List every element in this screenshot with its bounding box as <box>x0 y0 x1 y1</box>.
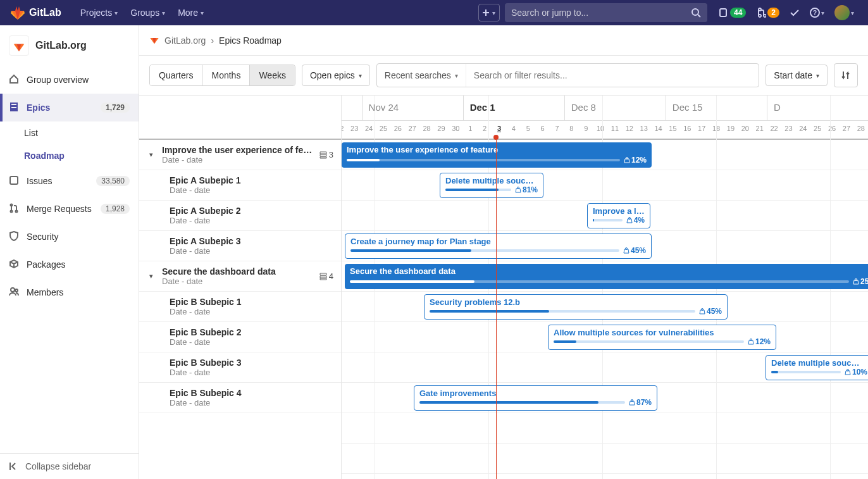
collapse-sidebar[interactable]: Collapse sidebar <box>0 453 139 479</box>
search-icon <box>691 8 701 18</box>
sidebar-item-label: Epics <box>27 103 50 113</box>
sidebar-item-label: Group overview <box>27 75 89 85</box>
sidebar-item-epics[interactable]: Epics 1,729 <box>0 94 139 121</box>
issues-shortcut[interactable]: 44 <box>715 4 750 22</box>
roadmap-toolbar: QuartersMonthsWeeks Open epics▾ Recent s… <box>139 56 868 96</box>
todos-shortcut[interactable] <box>786 4 803 22</box>
mr-shortcut[interactable]: 2 <box>752 4 783 22</box>
epic-dates: Date - date <box>170 398 333 407</box>
epic-bar[interactable]: Security problems 12.b 45% <box>424 294 728 320</box>
epic-row[interactable]: ▾ Secure the dashboard data Date - date … <box>139 261 341 292</box>
create-new-button[interactable]: ▾ <box>478 4 500 22</box>
epic-row[interactable]: Epic B Subepic 2 Date - date <box>139 322 341 352</box>
user-menu[interactable]: ▾ <box>831 4 858 22</box>
sort-dropdown[interactable]: Start date▾ <box>766 65 828 86</box>
sidebar-item-label: Security <box>27 232 59 242</box>
day-header: 12 <box>622 121 636 140</box>
sidebar-item-security[interactable]: Security <box>0 223 139 251</box>
svg-point-12 <box>855 279 857 281</box>
bar-title: Security problems 12.b <box>430 297 722 307</box>
bar-title: Improve a l… <box>593 206 645 216</box>
sidebar-subitem-list[interactable]: List <box>0 121 139 144</box>
epic-bar[interactable]: Delete multiple souc… 10% <box>766 355 868 380</box>
epic-state-dropdown[interactable]: Open epics▾ <box>302 65 370 86</box>
epic-bar[interactable]: Delete multiple souc… 81% <box>440 173 543 198</box>
nav-groups[interactable]: Groups▾ <box>124 3 171 23</box>
group-header[interactable]: GitLab.org <box>0 25 139 66</box>
help-menu[interactable]: ? ▾ <box>806 4 828 22</box>
progress-bar <box>430 310 695 313</box>
svg-point-13 <box>701 309 703 311</box>
nav-projects[interactable]: Projects▾ <box>74 3 125 23</box>
day-header: 23 <box>347 121 362 140</box>
epic-bar[interactable]: Improve a l… 4% <box>587 203 650 228</box>
sidebar-item-label: Members <box>27 287 63 297</box>
day-header: 22 <box>767 121 781 140</box>
period-months[interactable]: Months <box>202 65 249 85</box>
bar-title: Create a journey map for Plan stage <box>350 237 646 246</box>
day-header: 11 <box>608 121 623 140</box>
weight-icon <box>845 369 851 375</box>
chevron-down-icon: ▾ <box>115 9 118 16</box>
svg-rect-2 <box>10 177 18 184</box>
recent-searches-dropdown[interactable]: Recent searches▾ <box>377 64 466 87</box>
gitlab-logo[interactable]: GitLab <box>10 5 61 20</box>
sidebar-item-group-overview[interactable]: Group overview <box>0 66 139 94</box>
day-header: 28 <box>853 121 868 140</box>
timeline-row: Delete multiple souc… 10% <box>342 352 868 383</box>
epic-row[interactable]: Epic B Subepic 3 Date - date <box>139 352 341 383</box>
weight-icon <box>515 187 521 193</box>
sidebar-item-packages[interactable]: Packages <box>0 251 139 278</box>
day-header: 14 <box>651 121 666 140</box>
search-input[interactable] <box>511 8 691 18</box>
epic-list: ▾ Improve the user experience of fe… Dat… <box>139 96 342 479</box>
breadcrumb-current: Epics Roadmap <box>219 35 282 46</box>
filter-input[interactable] <box>466 70 759 80</box>
epic-row[interactable]: Epic B Subepic 1 Date - date <box>139 292 341 322</box>
progress-bar <box>771 371 841 373</box>
timeline-row: Gate improvements 87% <box>342 383 868 413</box>
breadcrumb-group[interactable]: GitLab.org <box>164 35 206 46</box>
weight-percent: 12% <box>748 337 771 346</box>
epic-bar[interactable]: Allow multiple sources for vulnerabiliti… <box>548 325 776 350</box>
day-header: 5 <box>521 121 535 140</box>
epic-name: Epic B Subepic 2 <box>170 327 333 337</box>
chevron-down-icon[interactable]: ▾ <box>149 151 158 159</box>
epic-row[interactable]: Epic B Subepic 4 Date - date <box>139 383 341 413</box>
day-header: 21 <box>752 121 767 140</box>
sidebar-subitem-roadmap[interactable]: Roadmap <box>0 144 139 167</box>
week-header: D <box>767 96 868 120</box>
epic-bar[interactable]: Secure the dashboard data 25% <box>345 264 868 289</box>
chevron-down-icon: ▾ <box>851 9 854 16</box>
epic-bar[interactable]: Gate improvements 87% <box>414 385 657 411</box>
sidebar-item-merge-requests[interactable]: Merge Requests 1,928 <box>0 195 139 223</box>
day-header: 24 <box>796 121 810 140</box>
epic-name: Epic A Subepic 3 <box>170 236 333 246</box>
svg-point-16 <box>631 400 633 402</box>
nav-more[interactable]: More▾ <box>171 3 210 23</box>
epic-icon <box>9 102 19 114</box>
epic-row[interactable]: Epic A Subepic 3 Date - date <box>139 231 341 261</box>
day-header: 26 <box>390 121 405 140</box>
child-count: 4 <box>319 271 333 281</box>
chevron-down-icon[interactable]: ▾ <box>149 272 158 280</box>
chevron-down-icon: ▾ <box>359 72 362 79</box>
epic-dates: Date - date <box>170 185 333 195</box>
timeline[interactable]: 7Nov 24Dec 1Dec 8Dec 15D 171819202122232… <box>342 96 868 479</box>
epic-row[interactable]: ▾ Improve the user experience of fe… Dat… <box>139 140 341 170</box>
global-search[interactable] <box>505 3 707 22</box>
timeline-row: Create a journey map for Plan stage 45% <box>342 231 868 261</box>
sidebar-item-members[interactable]: Members <box>0 278 139 306</box>
epic-bar[interactable]: Create a journey map for Plan stage 45% <box>345 233 652 259</box>
epic-dates: Date - date <box>170 216 333 225</box>
epic-row[interactable]: Epic A Subepic 1 Date - date <box>139 170 341 201</box>
epic-row[interactable]: Epic A Subepic 2 Date - date <box>139 201 341 231</box>
sidebar-item-issues[interactable]: Issues 33,580 <box>0 167 139 195</box>
period-weeks[interactable]: Weeks <box>249 65 295 85</box>
day-header: 20 <box>738 121 752 140</box>
period-quarters[interactable]: Quarters <box>150 65 202 85</box>
weight-icon <box>623 247 629 254</box>
week-header: Dec 1 <box>463 96 564 120</box>
sidebar-item-label: Issues <box>27 176 52 186</box>
sort-direction-button[interactable] <box>834 63 858 87</box>
